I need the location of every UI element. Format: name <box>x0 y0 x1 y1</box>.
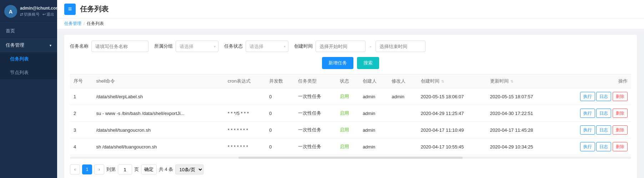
search-bar: 任务名称 所属分组 请选择 ▾ 任务状态 <box>70 41 631 52</box>
per-page-select[interactable]: 10条/页 20条/页 50条/页 <box>175 164 203 174</box>
execute-button[interactable]: 执行 <box>580 125 595 135</box>
status-field: 任务状态 请选择 ▾ <box>224 41 288 52</box>
delete-button[interactable]: 删除 <box>613 109 628 118</box>
cell-cron: * * */5 * * * <box>224 105 266 122</box>
content-area: 任务名称 所属分组 请选择 ▾ 任务状态 <box>57 29 644 178</box>
col-creator: 创建人 <box>359 74 388 88</box>
col-modifier: 修改人 <box>388 74 417 88</box>
total-label: 共 4 条 <box>159 166 173 173</box>
prev-page-button[interactable]: ‹ <box>70 164 80 174</box>
log-button[interactable]: 日志 <box>596 109 611 118</box>
col-update-time: 更新时间 ⇅ <box>487 74 556 88</box>
action-buttons: 新增任务 搜索 <box>70 57 631 69</box>
search-button[interactable]: 搜索 <box>357 57 379 69</box>
execute-button[interactable]: 执行 <box>580 142 595 151</box>
time-label: 创建时间 <box>294 43 313 49</box>
sort-icon: ⇅ <box>441 79 444 83</box>
end-time-input[interactable] <box>376 41 426 52</box>
group-select[interactable]: 请选择 <box>176 41 218 52</box>
cell-status: 启用 <box>336 138 359 155</box>
sidebar-navigation: 首页 任务管理 ▾ 任务列表 节点列表 <box>0 24 57 79</box>
cell-create-time: 2020-04-17 11:10:49 <box>417 122 487 138</box>
start-time-input[interactable] <box>316 41 366 52</box>
col-status: 状态 <box>336 74 359 88</box>
cell-actions: 执行 日志 删除 <box>556 122 631 138</box>
add-task-button[interactable]: 新增任务 <box>322 57 353 69</box>
sidebar: A admin@ichunt.com ⇄ 切换账号 ↩ 退出 首页 任务管理 ▾ <box>0 0 57 178</box>
delete-button[interactable]: 删除 <box>613 142 628 151</box>
sidebar-item-task-management[interactable]: 任务管理 ▾ <box>0 38 57 52</box>
group-label: 所属分组 <box>154 43 173 49</box>
cell-shell: su - www -s /bin/bash /data/shell/export… <box>92 105 224 122</box>
cell-create-time: 2020-05-15 18:06:07 <box>417 88 487 105</box>
col-shell: shell命令 <box>92 74 224 88</box>
cell-concurrency: 0 <box>266 138 295 155</box>
switch-account-button[interactable]: ⇄ 切换账号 <box>20 12 40 17</box>
delete-button[interactable]: 删除 <box>613 92 628 101</box>
page-title: 任务列表 <box>80 4 109 14</box>
table-row: 2 su - www -s /bin/bash /data/shell/expo… <box>70 105 631 122</box>
delete-button[interactable]: 删除 <box>613 125 628 135</box>
log-button[interactable]: 日志 <box>596 125 611 135</box>
log-button[interactable]: 日志 <box>596 142 611 151</box>
cell-id: 3 <box>70 122 92 138</box>
logout-icon: ↩ <box>42 12 46 17</box>
sidebar-item-task-list[interactable]: 任务列表 <box>0 52 57 66</box>
switch-icon: ⇄ <box>20 12 23 17</box>
content-card: 任务名称 所属分组 请选择 ▾ 任务状态 <box>64 35 637 178</box>
sidebar-item-home[interactable]: 首页 <box>0 24 57 38</box>
cell-status: 启用 <box>336 122 359 138</box>
breadcrumb-separator: / <box>84 21 85 26</box>
scrollbar-thumb <box>238 157 463 159</box>
cell-cron: * * * * * * * <box>224 138 266 155</box>
breadcrumb-current: 任务列表 <box>87 21 104 27</box>
sidebar-item-node-list[interactable]: 节点列表 <box>0 66 57 79</box>
task-name-field: 任务名称 <box>70 41 149 52</box>
cell-actions: 执行 日志 删除 <box>556 88 631 105</box>
cell-update-time: 2020-04-17 11:45:28 <box>487 122 556 138</box>
avatar: A <box>4 5 17 18</box>
cell-creator: admin <box>359 138 388 155</box>
log-button[interactable]: 日志 <box>596 92 611 101</box>
table-header-row: 序号 shell命令 cron表达式 并发数 任务类型 状态 创建人 修改人 创… <box>70 74 631 88</box>
cell-creator: admin <box>359 105 388 122</box>
status-select[interactable]: 请选择 <box>246 41 288 52</box>
execute-button[interactable]: 执行 <box>580 92 595 101</box>
breadcrumb-parent[interactable]: 任务管理 <box>64 21 81 27</box>
cell-type: 一次性任务 <box>295 105 336 122</box>
cell-creator: admin <box>359 88 388 105</box>
cell-creator: admin <box>359 122 388 138</box>
page-goto-input[interactable] <box>118 164 132 174</box>
horizontal-scrollbar[interactable] <box>70 157 631 159</box>
cell-create-time: 2020-04-29 11:25:47 <box>417 105 487 122</box>
cell-modifier: admin <box>388 88 417 105</box>
task-name-input[interactable] <box>91 41 149 52</box>
chevron-down-icon: ▾ <box>50 43 51 47</box>
topbar: ≡ 任务列表 <box>57 0 644 19</box>
page-1-button[interactable]: 1 <box>82 164 92 174</box>
table-row: 4 sh /data/shell/tuangoucron.sh * * * * … <box>70 138 631 155</box>
cell-shell: /data/shell/erpLabel.sh <box>92 88 224 105</box>
date-separator: - <box>368 44 373 49</box>
next-page-button[interactable]: › <box>94 164 104 174</box>
logout-button[interactable]: ↩ 退出 <box>42 12 54 17</box>
group-select-wrapper: 请选择 ▾ <box>176 41 218 52</box>
hamburger-icon: ≡ <box>68 5 72 13</box>
breadcrumb: 任务管理 / 任务列表 <box>57 19 644 29</box>
task-name-label: 任务名称 <box>70 43 89 49</box>
sort-icon: ⇅ <box>510 79 513 83</box>
username-label: admin@ichunt.com <box>20 6 57 11</box>
cell-status: 启用 <box>336 105 359 122</box>
pagination: ‹ 1 › 到第 页 确定 共 4 条 10条/页 20条/页 50条/页 <box>70 160 631 176</box>
menu-toggle-button[interactable]: ≡ <box>64 4 76 15</box>
execute-button[interactable]: 执行 <box>580 109 595 118</box>
user-info: admin@ichunt.com ⇄ 切换账号 ↩ 退出 <box>20 6 57 17</box>
cell-shell: sh /data/shell/tuangoucron.sh <box>92 138 224 155</box>
time-field: 创建时间 - <box>294 41 426 52</box>
col-id: 序号 <box>70 74 92 88</box>
cell-update-time: 2020-04-29 10:34:25 <box>487 138 556 155</box>
page-confirm-button[interactable]: 确定 <box>141 164 157 174</box>
cell-id: 2 <box>70 105 92 122</box>
cell-type: 一次性任务 <box>295 122 336 138</box>
cell-cron: * * * * * * * <box>224 122 266 138</box>
